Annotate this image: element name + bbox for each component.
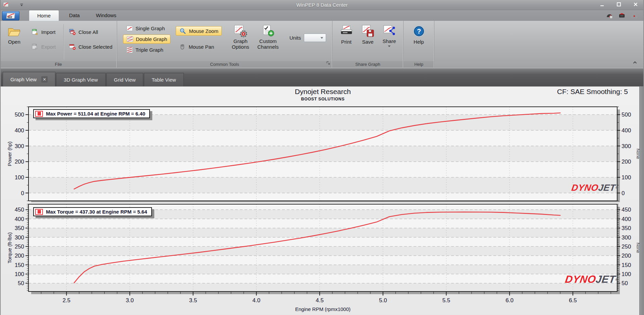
graph-options-button[interactable]: Graph Options: [228, 23, 253, 50]
ribbon-tab-home[interactable]: Home: [29, 10, 59, 21]
svg-text:0: 0: [622, 190, 625, 196]
graph-options-icon: [234, 25, 247, 37]
export-button[interactable]: CSV Export: [29, 42, 59, 51]
svg-text:250: 250: [15, 243, 24, 250]
share-button[interactable]: Share: [379, 23, 400, 47]
ribbon-group-help: ? Help Help: [403, 21, 434, 68]
svg-text:100: 100: [15, 271, 24, 277]
svg-text:?: ?: [417, 28, 421, 35]
svg-text:300: 300: [622, 143, 631, 149]
share-dropdown-icon: [388, 45, 391, 47]
svg-text:200: 200: [622, 159, 631, 165]
application-button[interactable]: W8: [2, 11, 19, 20]
ribbon-tab-windows[interactable]: Windows: [88, 10, 124, 21]
svg-text:250: 250: [622, 243, 631, 250]
group-label-share-graph: Share Graph: [332, 61, 403, 68]
minimize-button[interactable]: [596, 1, 608, 8]
help-button[interactable]: ? Help: [407, 23, 431, 45]
close-selected-button[interactable]: Close Selected: [66, 42, 115, 51]
svg-text:Power (hp): Power (hp): [7, 141, 12, 166]
ribbon-group-share-graph: Print Save Share Share Graph: [332, 21, 403, 68]
svg-text:400: 400: [622, 216, 631, 222]
mouse-pan-button[interactable]: Mouse Pan: [176, 42, 222, 51]
maximize-button[interactable]: [613, 1, 625, 8]
print-button[interactable]: Print: [336, 23, 357, 45]
document-tab-grid-view[interactable]: Grid View: [106, 73, 144, 86]
units-select[interactable]: [304, 34, 326, 42]
print-icon: [340, 25, 353, 38]
close-selected-icon: [69, 43, 76, 50]
single-graph-button[interactable]: Single Graph: [123, 24, 170, 33]
import-button[interactable]: CSV Import: [29, 28, 59, 36]
svg-text:400: 400: [15, 216, 24, 222]
double-graph-button[interactable]: Double Graph: [123, 35, 170, 44]
dyno-device-icon[interactable]: [618, 12, 626, 20]
document-tab-label: 3D Graph View: [64, 77, 98, 83]
svg-text:350: 350: [15, 225, 24, 231]
torque-series-swatch: [35, 209, 43, 215]
group-label-common-tools: Common Tools: [117, 61, 332, 68]
svg-text:150: 150: [15, 262, 24, 268]
svg-text:350: 350: [622, 225, 631, 231]
winpep-logo-icon: W8: [5, 12, 16, 19]
mouse-zoom-button[interactable]: Mouse Zoom: [176, 26, 222, 36]
power-legend[interactable]: Max Power = 511.04 at Engine RPM = 6.40: [33, 109, 150, 118]
torque-legend[interactable]: Max Torque = 437.30 at Engine RPM = 5.64: [33, 207, 152, 216]
svg-text:CSV: CSV: [33, 30, 36, 31]
correction-info: CF: SAE Smoothing: 5: [557, 88, 628, 96]
svg-text:None: None: [636, 242, 639, 253]
svg-text:W8: W8: [7, 15, 12, 19]
svg-text:400: 400: [622, 127, 631, 134]
single-graph-icon: [126, 25, 133, 32]
group-label-help: Help: [404, 61, 434, 68]
document-tab-label: Table View: [152, 77, 176, 83]
svg-text:5.0: 5.0: [379, 297, 387, 304]
mouse-pan-icon: [179, 43, 186, 50]
svg-text:100: 100: [622, 271, 631, 277]
ribbon-group-common-tools: Single Graph Double Graph Triple Graph M…: [117, 21, 332, 68]
dynojet-logo: DYNOJET®: [565, 274, 619, 284]
svg-text:200: 200: [15, 159, 24, 165]
save-icon: [361, 25, 375, 38]
svg-text:150: 150: [622, 262, 631, 268]
torque-chart[interactable]: 5050100100150150200200250250300300350350…: [0, 202, 639, 315]
import-icon: CSV: [32, 29, 39, 35]
svg-text:Engine RPM (rpmx1000): Engine RPM (rpmx1000): [295, 306, 351, 312]
svg-text:200: 200: [622, 253, 631, 259]
svg-text:300: 300: [15, 143, 24, 149]
svg-text:200: 200: [15, 253, 24, 259]
close-tab-icon[interactable]: ✕: [41, 76, 48, 83]
units-label: Units: [289, 35, 301, 41]
triple-graph-button[interactable]: Triple Graph: [123, 46, 170, 54]
dynojet-logo: DYNOJET®: [571, 183, 619, 192]
gauge-icon[interactable]: [606, 12, 613, 20]
svg-text:4.0: 4.0: [253, 297, 261, 304]
open-folder-icon: [7, 25, 21, 38]
document-tab-label: Grid View: [114, 77, 136, 83]
svg-text:0: 0: [21, 190, 24, 196]
mouse-zoom-icon: [179, 28, 186, 34]
document-tab-graph-view[interactable]: Graph View✕: [3, 72, 55, 86]
ribbon-tab-row: W8 Home Data Windows: [0, 10, 644, 21]
svg-text:400: 400: [15, 127, 24, 134]
ribbon-tab-data[interactable]: Data: [61, 10, 88, 21]
chevron-down-icon: [320, 37, 324, 39]
custom-channels-button[interactable]: Custom Channels: [255, 23, 281, 50]
double-graph-icon: [126, 36, 133, 42]
svg-text:450: 450: [15, 207, 24, 213]
document-tab-table-view[interactable]: Table View: [144, 73, 183, 86]
collapse-ribbon-icon[interactable]: [633, 59, 637, 65]
svg-text:5.5: 5.5: [442, 297, 450, 304]
save-button[interactable]: Save: [357, 23, 379, 45]
dialog-launcher-icon[interactable]: [326, 60, 330, 66]
share-icon: [383, 25, 396, 37]
close-button[interactable]: [630, 1, 641, 8]
close-all-button[interactable]: Close All: [66, 28, 115, 36]
hazard-icon[interactable]: [631, 12, 638, 20]
open-button[interactable]: Open: [3, 23, 25, 45]
triple-graph-icon: [126, 47, 133, 53]
document-tab-3d-graph-view[interactable]: 3D Graph View: [56, 73, 105, 86]
svg-text:500: 500: [622, 111, 631, 118]
svg-text:6.0: 6.0: [505, 297, 514, 304]
close-all-icon: [69, 29, 76, 35]
